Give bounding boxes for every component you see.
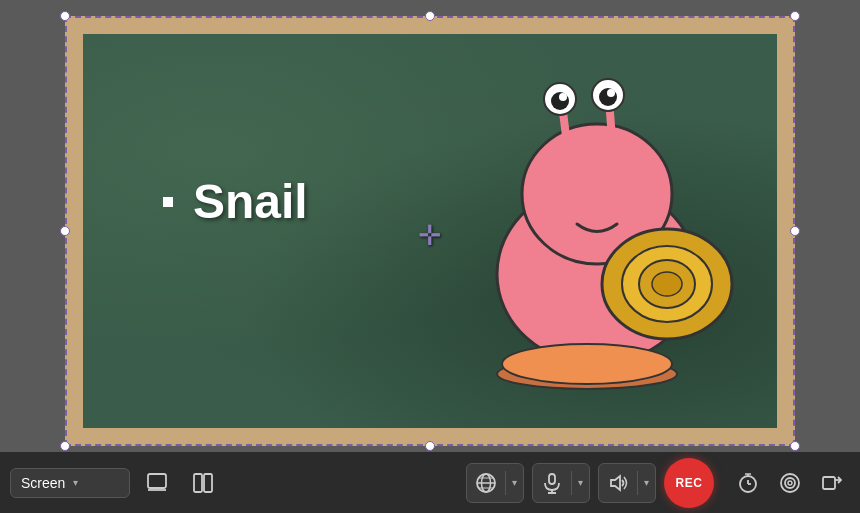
mic-icon[interactable] (533, 464, 571, 502)
svg-rect-25 (549, 474, 555, 484)
snail-illustration (447, 54, 747, 414)
right-icon-group (730, 465, 850, 501)
split-view-icon (192, 472, 214, 494)
svg-point-15 (502, 344, 672, 384)
mic-button-group[interactable]: ▾ (532, 463, 590, 503)
svg-rect-37 (823, 477, 835, 489)
handle-top-center[interactable] (425, 11, 435, 21)
rec-label: REC (676, 476, 703, 490)
chalkboard: Snail ✛ (65, 16, 795, 446)
handle-bottom-center[interactable] (425, 441, 435, 451)
svg-rect-16 (148, 474, 166, 488)
globe-icon[interactable] (467, 464, 505, 502)
timer-button[interactable] (730, 465, 766, 501)
settings-button[interactable] (772, 465, 808, 501)
svg-point-34 (781, 474, 799, 492)
speaker-button-group[interactable]: ▾ (598, 463, 656, 503)
canvas-area: Snail ✛ (0, 0, 860, 452)
chalkboard-wrapper[interactable]: Snail ✛ (65, 16, 795, 446)
snail-text-group: Snail (163, 174, 308, 229)
bullet-point (163, 197, 173, 207)
exit-icon (821, 472, 843, 494)
exit-button[interactable] (814, 465, 850, 501)
toolbar: Screen ▾ ▾ (0, 452, 860, 513)
snail-label: Snail (193, 174, 308, 229)
speaker-chevron-icon[interactable]: ▾ (638, 469, 655, 496)
handle-top-right[interactable] (790, 11, 800, 21)
handle-bottom-left[interactable] (60, 441, 70, 451)
handle-bottom-right[interactable] (790, 441, 800, 451)
handle-middle-left[interactable] (60, 226, 70, 236)
svg-marker-28 (611, 476, 620, 490)
svg-point-36 (788, 481, 792, 485)
layout-fit-button[interactable] (138, 464, 176, 502)
svg-rect-18 (194, 474, 202, 492)
speaker-icon[interactable] (599, 464, 637, 502)
svg-point-13 (607, 89, 615, 97)
move-cursor-icon: ✛ (418, 219, 441, 252)
chalkboard-inner: Snail ✛ (83, 34, 777, 428)
handle-top-left[interactable] (60, 11, 70, 21)
svg-point-12 (559, 93, 567, 101)
chevron-down-icon: ▾ (73, 477, 78, 488)
rec-button[interactable]: REC (664, 458, 714, 508)
svg-rect-19 (204, 474, 212, 492)
svg-point-5 (652, 272, 682, 296)
camera-icon (779, 472, 801, 494)
layout-split-button[interactable] (184, 464, 222, 502)
timer-icon (737, 472, 759, 494)
screen-dropdown-label: Screen (21, 475, 65, 491)
globe-chevron-icon[interactable]: ▾ (506, 469, 523, 496)
screen-dropdown[interactable]: Screen ▾ (10, 468, 130, 498)
globe-button-group[interactable]: ▾ (466, 463, 524, 503)
fit-screen-icon (146, 472, 168, 494)
mic-chevron-icon[interactable]: ▾ (572, 469, 589, 496)
svg-point-35 (785, 478, 795, 488)
handle-middle-right[interactable] (790, 226, 800, 236)
